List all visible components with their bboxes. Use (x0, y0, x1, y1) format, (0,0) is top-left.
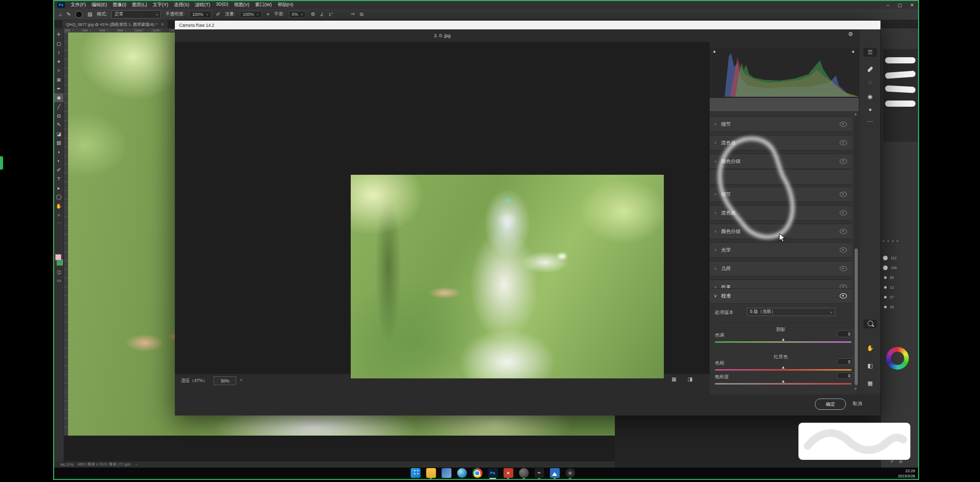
pen-pressure-icon[interactable]: ✑ (351, 11, 355, 17)
panel-icon[interactable]: ⊞ (899, 459, 903, 464)
chevron-down-icon[interactable]: ∨ (710, 293, 721, 298)
panel-section[interactable]: › 细节 (710, 187, 852, 202)
brush-stroke-thumb[interactable] (885, 57, 916, 63)
panel-section[interactable]: › 细节 (710, 117, 852, 132)
scroll-down-icon[interactable]: ∨ (854, 387, 857, 391)
foreground-color-swatch[interactable] (55, 254, 61, 260)
chevron-right-icon[interactable]: › (710, 122, 721, 127)
panel-icon[interactable]: ▪ (883, 239, 885, 243)
highlight-clipping-icon[interactable]: ▲ (851, 49, 855, 54)
brush-stroke-thumb[interactable] (885, 101, 916, 107)
panel-section[interactable]: › 混色器 (710, 135, 852, 151)
chrome-browser-icon[interactable] (472, 468, 482, 478)
home-icon[interactable]: ⌂ (59, 11, 62, 17)
more-options-icon[interactable]: ⋯ (859, 118, 881, 125)
chevron-right-icon[interactable]: › (710, 210, 721, 215)
chevron-right-icon[interactable]: › (710, 266, 721, 271)
panel-section[interactable]: › 几何 (710, 261, 852, 276)
tool-button[interactable]: ◯ (54, 192, 63, 202)
fan-app-icon[interactable]: ✻ (565, 468, 575, 478)
panel-section[interactable]: › 颜色分级 (710, 154, 852, 169)
brush-preset-row[interactable]: 18 (883, 302, 918, 312)
menu-item[interactable]: 视图(V) (234, 2, 250, 8)
eye-icon[interactable] (840, 140, 847, 145)
tool-button[interactable]: ⌗ (54, 66, 63, 75)
cancel-button[interactable]: 取消 (853, 401, 862, 407)
opacity-select[interactable]: 100% ∨ (189, 11, 211, 18)
healing-tool-icon[interactable] (859, 65, 881, 72)
flow-select[interactable]: 100% ∨ (240, 11, 262, 18)
tool-button[interactable]: ✎ (54, 120, 63, 129)
menu-item[interactable]: 图像(I) (113, 2, 127, 8)
panel-icon[interactable]: ▪ (897, 239, 899, 243)
chevron-right-icon[interactable]: › (710, 229, 721, 234)
scroll-up-icon[interactable]: ∧ (854, 112, 857, 117)
tool-button[interactable]: ✒ (54, 84, 63, 93)
screen-mode-button[interactable]: ▭ (54, 278, 64, 283)
preview-photo[interactable] (351, 175, 664, 378)
start-button[interactable] (411, 468, 420, 478)
edge-browser-icon[interactable] (457, 468, 467, 478)
chevron-down-icon[interactable]: ∨ (240, 378, 242, 382)
panel-toggle-icon[interactable]: ▨ (87, 11, 92, 17)
panel-icon[interactable]: ✐ (890, 459, 894, 464)
shadow-clipping-icon[interactable]: ▲ (712, 49, 716, 54)
tint-value[interactable]: 0 (837, 330, 853, 337)
zoom-tool-icon[interactable] (863, 320, 877, 328)
close-button[interactable]: ✕ (910, 3, 914, 8)
more-tools-icon[interactable]: ⋯ (54, 221, 63, 225)
file-explorer-icon[interactable] (426, 468, 436, 478)
capcut-app-icon[interactable]: ✂ (534, 468, 544, 478)
color-wheel[interactable] (886, 347, 909, 370)
red-app-icon[interactable]: ✕ (503, 468, 513, 478)
menu-item[interactable]: 文字(Y) (153, 2, 168, 8)
tool-button[interactable]: ⌕ (54, 210, 63, 220)
before-after-icon[interactable]: ◨ (688, 376, 692, 382)
hand-tool-icon[interactable]: ✋ (859, 345, 881, 352)
sphere-app-icon[interactable] (519, 468, 529, 478)
eye-icon[interactable] (840, 293, 847, 298)
airbrush-icon[interactable]: ⌖ (267, 11, 270, 18)
brush-stroke-thumb[interactable] (885, 71, 916, 79)
tool-button[interactable]: ▸ (54, 184, 63, 193)
eye-icon[interactable] (840, 229, 847, 234)
brush-preset-row[interactable]: 100 (883, 263, 918, 273)
tool-button[interactable]: ≀ (54, 48, 63, 57)
menu-item[interactable]: 3D(D) (216, 2, 228, 8)
smoothing-select[interactable]: 0% ∨ (289, 11, 306, 18)
menu-item[interactable]: 窗口(W) (255, 2, 272, 8)
symmetry-icon[interactable]: ⧉ (360, 11, 364, 18)
panel-section-calibration[interactable]: ∨ 校准 (710, 288, 852, 304)
fit-zoom-label[interactable]: 适应（47%） (181, 378, 207, 384)
brush-preset-row[interactable]: 112 (883, 253, 918, 263)
brush-preset-row[interactable]: 27 (883, 292, 918, 302)
gear-icon[interactable]: ⚙ (311, 11, 315, 17)
chevron-right-icon[interactable]: › (710, 247, 721, 253)
tool-button[interactable]: ◗ (54, 147, 63, 157)
eye-icon[interactable] (840, 159, 847, 164)
chevron-right-icon[interactable]: › (710, 140, 721, 145)
process-version-select[interactable]: 5 版（当前） ∨ (747, 308, 836, 316)
tool-button[interactable]: ✐ (54, 165, 63, 175)
histogram[interactable]: ▲ ▲ (710, 47, 859, 98)
angle-value[interactable]: 1° (329, 12, 333, 17)
grid-icon[interactable]: ▦ (859, 380, 881, 387)
mode-select[interactable]: 正常 ∨ (111, 10, 161, 19)
edit-tool-icon[interactable]: ☰ (863, 48, 877, 57)
eye-icon[interactable] (840, 210, 847, 215)
tab-close-icon[interactable]: ✕ (161, 22, 165, 27)
maximize-button[interactable]: ▢ (897, 3, 902, 8)
chevron-right-icon[interactable]: › (710, 192, 721, 197)
menu-item[interactable]: 选择(S) (174, 2, 189, 8)
red-eye-tool-icon[interactable]: ◉ (859, 93, 881, 100)
status-caret-icon[interactable]: ＞ (135, 462, 138, 467)
tool-button[interactable]: ▢ (54, 39, 63, 48)
brush-tool-icon[interactable]: ✎ (67, 11, 71, 17)
menu-item[interactable]: 文件(F) (71, 2, 86, 8)
chevron-right-icon[interactable]: › (710, 159, 721, 164)
hue-value[interactable]: 0 (837, 358, 853, 365)
panel-icon[interactable]: ▪ (892, 239, 894, 243)
taskbar-clock[interactable]: 22:29 2023/3/28 (898, 469, 915, 479)
tool-button[interactable]: ✋ (54, 202, 63, 211)
brush-preset-icon[interactable] (75, 11, 83, 18)
